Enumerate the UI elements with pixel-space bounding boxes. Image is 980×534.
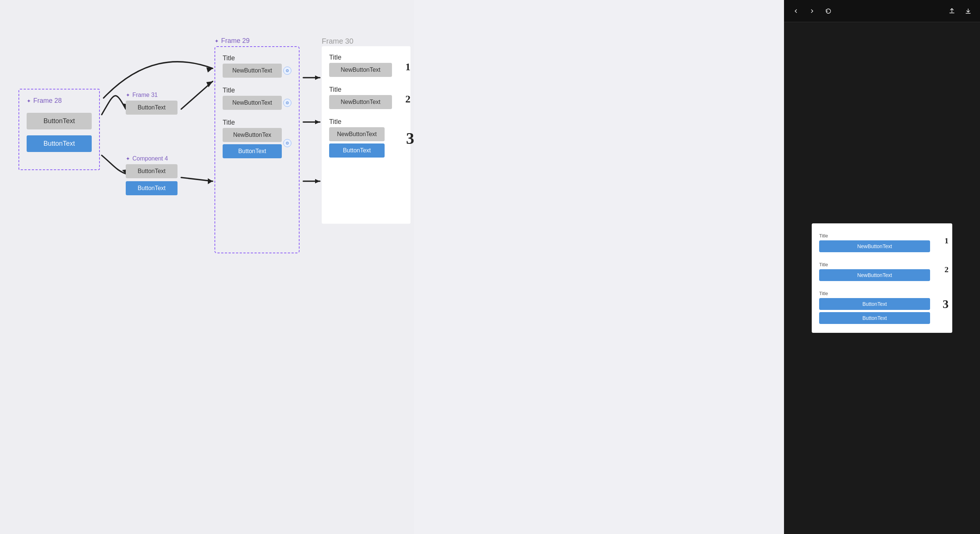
back-button[interactable] (790, 5, 802, 17)
preview-group3-title: Title (819, 291, 828, 296)
frame29-group3-btn-blue[interactable]: ButtonText (223, 144, 282, 158)
frame28-label: ✦ Frame 28 (27, 97, 92, 105)
frame29-group3: Title NewButtonTex ButtonText ⚙ (223, 119, 291, 158)
frame29-label-container: ✦ Frame 29 (215, 37, 250, 47)
diamond-icon-28: ✦ (27, 98, 31, 104)
preview-mark3: 3 (943, 297, 948, 311)
share-icon[interactable] (946, 5, 958, 17)
frame31-label: ✦ Frame 31 (126, 92, 178, 99)
frame29-group1-btn[interactable]: NewButtonText (223, 64, 282, 78)
frame-30: Title NewButtonText 1 Title NewButtonTex… (322, 46, 410, 224)
component4-btn-gray[interactable]: ButtonText (126, 164, 178, 178)
svg-marker-6 (315, 179, 320, 183)
frame29-group3-btn-gray[interactable]: NewButtonTex (223, 128, 282, 142)
frame29-group1-title: Title (223, 54, 291, 62)
svg-marker-7 (206, 67, 213, 73)
frame29-group1-row: NewButtonText ⚙ (223, 64, 291, 78)
preview-panel: Title NewButtonText 1 Title NewButtonTex… (784, 0, 980, 534)
svg-marker-3 (208, 178, 213, 184)
preview-group1: Title NewButtonText 1 (819, 232, 945, 252)
frame29-group3-row: NewButtonTex ButtonText ⚙ (223, 128, 291, 158)
preview-group3-btn2[interactable]: ButtonText (819, 312, 930, 324)
component4-label: ✦ Component 4 (126, 155, 178, 162)
frame30-mark2: 2 (405, 93, 410, 105)
component4-btn-blue[interactable]: ButtonText (126, 181, 178, 195)
diamond-icon-29: ✦ (215, 38, 219, 44)
frame29-group2-row: NewButtonText ⚙ (223, 96, 291, 110)
preview-group1-btn[interactable]: NewButtonText (819, 240, 930, 252)
component4-container: ✦ Component 4 ButtonText ButtonText (126, 155, 178, 195)
frame30-mark1: 1 (405, 61, 410, 73)
preview-group2-title: Title (819, 262, 828, 267)
frame-29: Title NewButtonText ⚙ Title NewButtonTex… (215, 46, 299, 253)
frame29-label: ✦ Frame 29 (215, 37, 250, 45)
refresh-button[interactable] (822, 5, 834, 17)
frame31-container: ✦ Frame 31 ButtonText (126, 92, 178, 114)
gear-dot-1: ⚙ (283, 67, 291, 75)
preview-phone: Title NewButtonText 1 Title NewButtonTex… (812, 223, 952, 333)
preview-mark1: 1 (945, 236, 948, 246)
canvas: ✦ Frame 28 ButtonText ButtonText ✦ Frame… (0, 0, 414, 534)
preview-content: Title NewButtonText 1 Title NewButtonTex… (784, 22, 980, 534)
frame30-group2-title: Title (329, 86, 341, 93)
svg-marker-2 (206, 81, 213, 87)
preview-group3: Title ButtonText ButtonText 3 (819, 290, 945, 324)
frame-28: ✦ Frame 28 ButtonText ButtonText (19, 89, 100, 170)
frame30-label: Frame 30 (322, 37, 353, 46)
frame29-group2-btn[interactable]: NewButtonText (223, 96, 282, 110)
diamond-icon-c4: ✦ (126, 156, 130, 162)
frame28-btn-gray[interactable]: ButtonText (27, 113, 92, 129)
frame29-group2-title: Title (223, 87, 291, 94)
preview-group2: Title NewButtonText 2 (819, 261, 945, 281)
svg-marker-5 (315, 120, 320, 124)
frame29-group2: Title NewButtonText ⚙ (223, 87, 291, 110)
frame30-group3-btn-gray[interactable]: NewButtonText (329, 127, 385, 141)
preview-mark2: 2 (945, 265, 948, 274)
frame31-btn[interactable]: ButtonText (126, 100, 178, 114)
frame30-group3-btn-blue[interactable]: ButtonText (329, 143, 385, 157)
preview-group3-btn1[interactable]: ButtonText (819, 298, 930, 310)
frame30-group1-title: Title (329, 54, 341, 61)
export-button[interactable] (962, 5, 974, 17)
frame30-group3-title: Title (329, 118, 341, 126)
frame30-group2-btn[interactable]: NewButtonText (329, 95, 392, 109)
frame28-btn-blue[interactable]: ButtonText (27, 135, 92, 152)
frame29-group3-title: Title (223, 119, 291, 127)
diamond-icon-31: ✦ (126, 92, 130, 98)
gear-dot-3: ⚙ (283, 139, 291, 147)
frame30-mark3: 3 (406, 129, 414, 148)
forward-button[interactable] (806, 5, 818, 17)
frame30-group2: Title NewButtonText 2 (329, 86, 403, 109)
frame30-group1-btn[interactable]: NewButtonText (329, 63, 392, 77)
frame29-group1: Title NewButtonText ⚙ (223, 54, 291, 78)
gear-dot-2: ⚙ (283, 99, 291, 107)
preview-group2-btn[interactable]: NewButtonText (819, 269, 930, 281)
preview-group1-title: Title (819, 233, 828, 238)
frame30-group1: Title NewButtonText 1 (329, 54, 403, 77)
svg-marker-4 (315, 75, 320, 80)
preview-toolbar (784, 0, 980, 22)
frame30-group3: Title NewButtonText ButtonText 3 (329, 118, 403, 157)
